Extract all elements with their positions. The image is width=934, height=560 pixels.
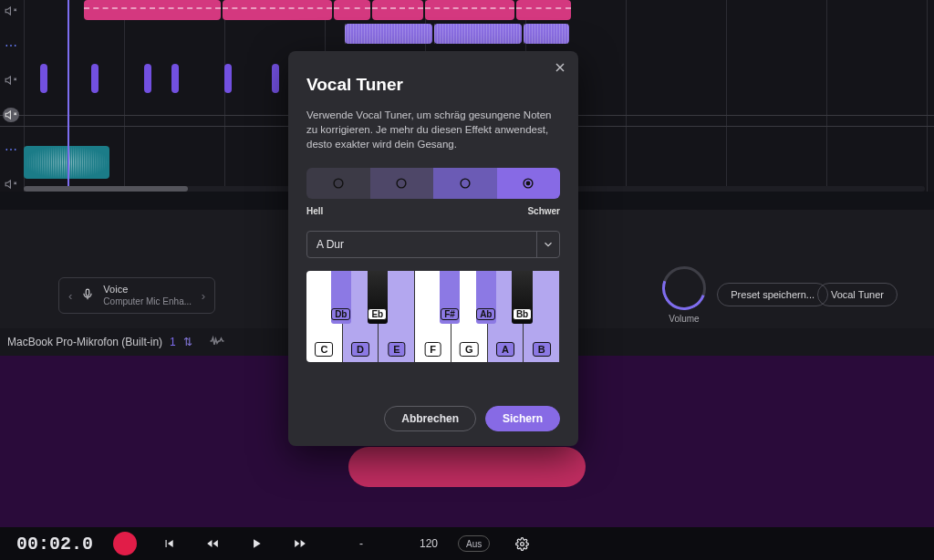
key-label: A bbox=[496, 342, 514, 357]
black-key-Db[interactable]: Db bbox=[331, 271, 351, 324]
svg-point-2 bbox=[334, 179, 343, 188]
intensity-option-1[interactable] bbox=[306, 168, 370, 199]
intensity-min-label: Hell bbox=[306, 206, 323, 216]
black-key-Bb[interactable]: Bb bbox=[512, 271, 532, 324]
key-label: Db bbox=[331, 308, 350, 320]
black-key-Ab[interactable]: Ab bbox=[476, 271, 496, 324]
close-icon[interactable] bbox=[553, 60, 567, 78]
intensity-selector bbox=[306, 168, 560, 199]
cancel-button[interactable]: Abbrechen bbox=[384, 406, 476, 431]
key-label: G bbox=[460, 342, 479, 357]
key-label: Eb bbox=[368, 308, 387, 320]
key-label: E bbox=[388, 342, 405, 357]
dialog-title: Vocal Tuner bbox=[306, 75, 560, 95]
modal-backdrop: Vocal Tuner Verwende Vocal Tuner, um sch… bbox=[0, 0, 934, 560]
svg-point-6 bbox=[526, 181, 531, 186]
key-label: F# bbox=[441, 308, 459, 320]
black-key-F#[interactable]: F# bbox=[440, 271, 460, 324]
confirm-button[interactable]: Sichern bbox=[485, 406, 560, 431]
intensity-option-2[interactable] bbox=[370, 168, 434, 199]
key-label: B bbox=[533, 342, 551, 357]
key-label: C bbox=[315, 342, 333, 357]
key-label: Ab bbox=[476, 308, 495, 320]
vocal-tuner-dialog: Vocal Tuner Verwende Vocal Tuner, um sch… bbox=[288, 51, 578, 446]
svg-point-3 bbox=[397, 179, 406, 188]
piano-keyboard: CDEFGABDbEbF#AbBb bbox=[306, 271, 560, 362]
dialog-description: Verwende Vocal Tuner, um schräg gesungen… bbox=[306, 108, 560, 151]
svg-point-4 bbox=[461, 179, 470, 188]
scale-dropdown[interactable]: A Dur bbox=[306, 231, 560, 258]
key-label: F bbox=[424, 342, 441, 357]
intensity-option-4[interactable] bbox=[497, 168, 561, 199]
scale-value: A Dur bbox=[317, 238, 344, 251]
intensity-max-label: Schwer bbox=[527, 206, 560, 216]
chevron-down-icon bbox=[542, 238, 555, 254]
key-label: Bb bbox=[513, 308, 532, 320]
intensity-option-3[interactable] bbox=[433, 168, 497, 199]
black-key-Eb[interactable]: Eb bbox=[368, 271, 388, 324]
key-label: D bbox=[351, 342, 369, 357]
